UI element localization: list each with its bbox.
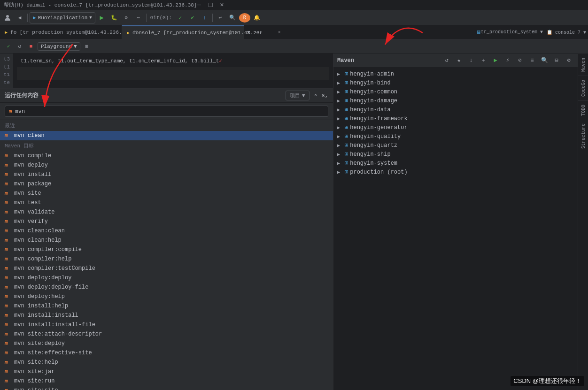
run-panel-header: 运行任何内容 项目 ▼ ⚬ s,: [0, 89, 333, 103]
tab-console7-close[interactable]: ×: [278, 30, 281, 35]
grid-icon[interactable]: ⊞: [82, 42, 92, 51]
maven-refresh-btn[interactable]: ↺: [441, 55, 452, 66]
check-btn[interactable]: ✓: [4, 42, 13, 51]
tree-item-hengyin-generator[interactable]: ▶ ⊞ hengyin-generator: [333, 123, 578, 132]
tree-item-hengyin-system[interactable]: ▶ ⊞ hengyin-system: [333, 159, 578, 168]
notification-btn[interactable]: 🔔: [251, 12, 263, 23]
maven-columns-btn[interactable]: ⊟: [551, 55, 562, 66]
dropdown-item-21[interactable]: m mvn site:effective-site: [0, 348, 333, 358]
maven-execute-btn[interactable]: ⚡: [503, 55, 513, 66]
dropdown-item-13[interactable]: m mvn deploy:deploy: [0, 273, 333, 283]
dropdown-item-0[interactable]: m mvn compile: [0, 151, 333, 161]
git-tick-btn[interactable]: ✔: [187, 12, 198, 23]
sql-area: t3 t1 t1 te t1.term_sn, t1.out_term_type…: [0, 54, 333, 89]
tab-fo[interactable]: ▶ fo [tr_production_system@101.43.236.38…: [0, 25, 122, 39]
tree-item-hengyin-damage[interactable]: ▶ ⊞ hengyin-damage: [333, 96, 578, 105]
filter-btn[interactable]: 项目 ▼: [286, 91, 309, 100]
dropdown-item-14[interactable]: m mvn deploy:deploy-file: [0, 283, 333, 292]
tab-console-label: 📋 console_7 ▼: [545, 25, 588, 39]
tab-console7[interactable]: ▶ console_7 [tr_production_system@101.43…: [122, 25, 244, 39]
run-panel-title: 运行任何内容: [5, 92, 39, 99]
tree-item-hengyin-bind[interactable]: ▶ ⊞ hengyin-bind: [333, 78, 578, 87]
dropdown-arrow: ▼: [89, 15, 92, 20]
playground-btn[interactable]: Playground ▼: [38, 42, 80, 51]
maven-run-btn[interactable]: ▶: [490, 55, 501, 66]
maven-add-btn[interactable]: ＋: [478, 55, 488, 66]
module-icon-system: ⊞: [345, 160, 348, 167]
dropdown-item-5[interactable]: m mvn test: [0, 198, 333, 207]
minimize-btn[interactable]: ─: [197, 1, 201, 9]
dropdown-item-1[interactable]: m mvn deploy: [0, 161, 333, 170]
git-check-btn[interactable]: ✓: [175, 12, 186, 23]
maven-download-btn[interactable]: ↓: [466, 55, 476, 66]
dropdown-item-17[interactable]: m mvn install:install: [0, 311, 333, 320]
dropdown-item-11[interactable]: m mvn compiler:help: [0, 254, 333, 264]
user-avatar[interactable]: R: [239, 13, 250, 23]
dropdown-item-7[interactable]: m mvn verify: [0, 217, 333, 226]
playground-label: Playground: [41, 44, 72, 49]
module-label-generator: hengyin-generator: [350, 124, 407, 131]
git-push-btn[interactable]: ↑: [199, 12, 210, 23]
run-config-dropdown[interactable]: ▶ RuoYiApplication ▼: [30, 12, 95, 23]
window-controls[interactable]: ─ □ ×: [197, 1, 224, 9]
module-icon-quality: ⊞: [345, 133, 348, 140]
run-input-wrapper[interactable]: m: [5, 106, 328, 117]
refresh-btn[interactable]: ↺: [15, 42, 24, 51]
dropdown-item-23[interactable]: m mvn site:jar: [0, 367, 333, 376]
dropdown-item-6[interactable]: m mvn validate: [0, 207, 333, 217]
side-tab-maven[interactable]: Maven: [578, 54, 588, 76]
dropdown-item-20[interactable]: m mvn site:deploy: [0, 339, 333, 348]
close-btn[interactable]: ×: [220, 1, 224, 9]
tab-more-btn[interactable]: ⋯: [253, 25, 262, 39]
tree-item-production-root[interactable]: ▶ ⊞ production (root): [333, 168, 578, 176]
search-btn[interactable]: 🔍: [227, 12, 238, 23]
maven-offline-btn[interactable]: ⊘: [515, 55, 525, 66]
side-tab-codego[interactable]: CodeGo: [578, 76, 588, 100]
tree-item-hengyin-framework[interactable]: ▶ ⊞ hengyin-framework: [333, 114, 578, 123]
coverage-btn[interactable]: ⚙: [121, 12, 132, 23]
tab-dropdown-btn[interactable]: ▼: [244, 25, 253, 39]
git-label: Git(G):: [148, 12, 174, 23]
tree-item-hengyin-admin[interactable]: ▶ ⊞ hengyin-admin: [333, 69, 578, 78]
maven-search-btn[interactable]: 🔍: [539, 55, 549, 66]
side-tab-todo[interactable]: TODO: [578, 100, 588, 120]
dropdown-item-18[interactable]: m mvn install:install-file: [0, 320, 333, 329]
tree-item-hengyin-quality[interactable]: ▶ ⊞ hengyin-quality: [333, 132, 578, 141]
tab-fo-close[interactable]: ×: [134, 30, 137, 35]
dropdown-item-16[interactable]: m mvn install:help: [0, 301, 333, 311]
undo-btn[interactable]: ↩: [215, 12, 226, 23]
maximize-btn[interactable]: □: [209, 1, 212, 9]
tree-item-hengyin-common[interactable]: ▶ ⊞ hengyin-common: [333, 87, 578, 96]
stop-btn[interactable]: ■: [26, 42, 36, 51]
tree-item-hengyin-data[interactable]: ▶ ⊞ hengyin-data: [333, 105, 578, 114]
dropdown-item-15[interactable]: m mvn deploy:help: [0, 292, 333, 301]
dropdown-item-3[interactable]: m mvn package: [0, 179, 333, 189]
dropdown-item-2[interactable]: m mvn install: [0, 170, 333, 179]
dropdown-item-10[interactable]: m mvn compiler:compile: [0, 245, 333, 254]
dropdown-item-8[interactable]: m mvn clean:clean: [0, 226, 333, 236]
debug-btn[interactable]: 🐛: [108, 12, 120, 23]
filter-icon[interactable]: ⚬: [313, 92, 318, 99]
user-icon[interactable]: [2, 12, 13, 23]
run-input-field[interactable]: [15, 108, 324, 115]
tab-fo-icon: ▶: [5, 30, 8, 35]
tree-item-hengyin-ship[interactable]: ▶ ⊞ hengyin-ship: [333, 150, 578, 159]
dropdown-item-9[interactable]: m mvn clean:help: [0, 236, 333, 245]
dropdown-item-12[interactable]: m mvn compiler:testCompile: [0, 264, 333, 273]
side-tab-structure[interactable]: Structure: [578, 120, 588, 153]
dropdown-item-25[interactable]: m mvn site:site: [0, 386, 333, 390]
dropdown-item-24[interactable]: m mvn site:run: [0, 376, 333, 386]
dropdown-item-mvn-clean-recent[interactable]: m mvn clean: [0, 131, 333, 140]
maven-favorites-btn[interactable]: ★: [454, 55, 464, 66]
back-btn[interactable]: ◀: [14, 12, 25, 23]
chevron-production: ▶: [337, 169, 343, 175]
tree-item-hengyin-quartz[interactable]: ▶ ⊞ hengyin-quartz: [333, 141, 578, 150]
module-label-framework: hengyin-framework: [350, 115, 407, 122]
dropdown-item-19[interactable]: m mvn site:attach-descriptor: [0, 329, 333, 339]
run-btn[interactable]: ▶: [96, 12, 108, 23]
maven-settings-btn[interactable]: ⚙: [564, 55, 574, 66]
more-run-btn[interactable]: ⋯: [133, 12, 144, 23]
dropdown-item-22[interactable]: m mvn site:help: [0, 358, 333, 367]
dropdown-item-4[interactable]: m mvn site: [0, 189, 333, 198]
maven-skip-btn[interactable]: ≡: [527, 55, 537, 66]
